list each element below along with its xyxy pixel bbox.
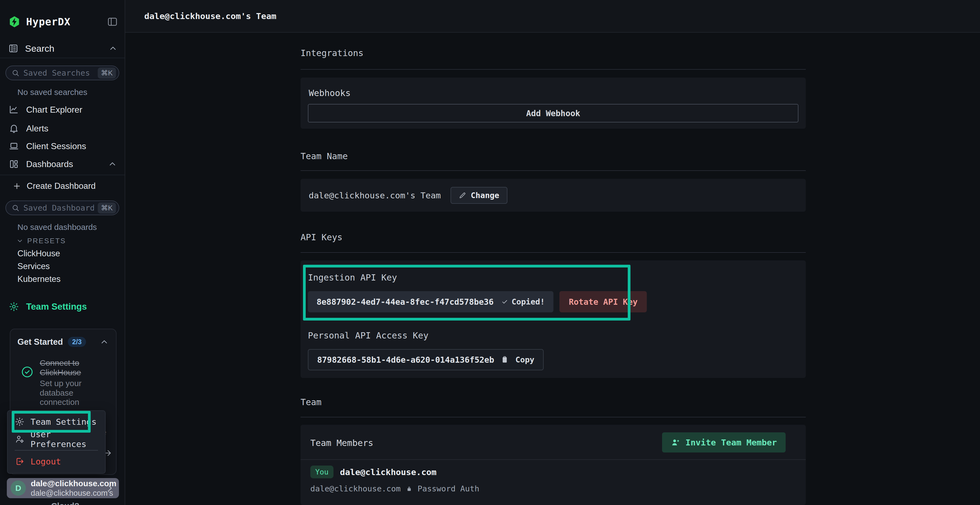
sidebar-item-dashboards[interactable]: Dashboards	[0, 155, 125, 173]
search-section-label: Search	[25, 43, 54, 54]
gear-icon	[15, 417, 24, 427]
sidebar-item-team-settings[interactable]: Team Settings	[9, 299, 87, 314]
user-name: dale@clickhouse.com	[31, 479, 116, 488]
copy-label: Copy	[515, 355, 535, 364]
sidebar-item-alerts[interactable]: Alerts	[0, 119, 125, 137]
user-account-chip[interactable]: D dale@clickhouse.com dale@clickhouse.co…	[7, 478, 119, 498]
section-divider	[301, 69, 806, 70]
member-email: dale@clickhouse.com	[310, 484, 401, 493]
bell-icon	[9, 123, 19, 133]
app-title: HyperDX	[26, 16, 70, 28]
account-menu-popup: Team Settings User Preferences Logout	[7, 410, 106, 474]
search-icon	[11, 69, 20, 77]
search-icon	[11, 204, 20, 212]
preset-services[interactable]: Services	[18, 260, 50, 273]
menu-item-logout[interactable]: Logout	[8, 453, 105, 470]
sidebar-item-client-sessions[interactable]: Client Sessions	[0, 137, 125, 155]
menu-item-team-settings[interactable]: Team Settings	[8, 413, 105, 430]
preset-clickhouse[interactable]: ClickHouse	[18, 247, 60, 260]
chevron-right-icon	[106, 484, 115, 492]
search-section-icon	[8, 43, 19, 54]
no-saved-searches-note: No saved searches	[18, 87, 88, 97]
auth-method: Password Auth	[418, 484, 479, 493]
personal-key-label: Personal API Access Key	[308, 330, 428, 341]
logout-icon	[15, 457, 24, 466]
section-divider	[301, 417, 806, 418]
page-title: dale@clickhouse.com's Team	[144, 11, 276, 21]
invite-team-member-button[interactable]: Invite Team Member	[662, 432, 786, 453]
personal-key-chip[interactable]: 87982668-58b1-4d6e-a620-014a136f52eb Cop…	[308, 349, 544, 370]
section-title-api-keys: API Keys	[301, 232, 342, 243]
hyperdx-logo-icon	[8, 16, 21, 28]
team-card: Team Members Invite Team Member You dale…	[301, 425, 806, 505]
ingestion-key-label: Ingestion API Key	[308, 272, 397, 283]
api-keys-card: Ingestion API Key 8e887902-4ed7-44ea-8fe…	[301, 260, 806, 378]
saved-dashboards-input[interactable]	[24, 203, 94, 213]
member-name: dale@clickhouse.com	[340, 467, 437, 477]
laptop-icon	[9, 141, 19, 151]
pencil-icon	[459, 192, 466, 199]
step-title: Connect to ClickHouse	[40, 358, 94, 377]
user-gear-icon	[15, 434, 24, 444]
app-screen: HyperDX Search ⌘K No saved searches	[0, 0, 980, 505]
team-member-details: dale@clickhouse.com Password Auth	[310, 484, 479, 493]
card-divider	[301, 459, 806, 460]
clipped-bottom-text: Cloud?	[51, 501, 79, 505]
ingestion-key-value: 8e887902-4ed7-44ea-8fec-f47cd578be36	[317, 297, 493, 306]
clipboard-icon	[501, 356, 509, 364]
collapse-sidebar-icon[interactable]	[107, 16, 118, 27]
sidebar-item-chart-explorer[interactable]: Chart Explorer	[0, 101, 125, 119]
chevron-up-icon[interactable]	[100, 337, 109, 347]
webhooks-card: Webhooks Add Webhook	[301, 78, 806, 129]
section-divider	[301, 252, 806, 253]
section-title-integrations: Integrations	[301, 48, 363, 58]
plus-icon	[13, 182, 21, 191]
preset-kubernetes[interactable]: Kubernetes	[18, 273, 61, 286]
check-circle-icon	[21, 365, 34, 407]
sidebar-section-search[interactable]: Search	[8, 41, 118, 56]
user-plus-icon	[671, 438, 680, 447]
user-team: dale@clickhouse.com's	[31, 489, 101, 498]
create-dashboard-button[interactable]: Create Dashboard	[13, 179, 95, 193]
change-team-name-button[interactable]: Change	[450, 187, 508, 204]
main-content: dale@clickhouse.com's Team Integrations …	[125, 0, 980, 505]
get-started-step-connect[interactable]: Connect to ClickHouse Set up your databa…	[18, 358, 109, 407]
dashboards-grid-icon	[9, 159, 19, 169]
sidebar-divider	[0, 58, 125, 58]
shortcut-badge: ⌘K	[98, 67, 116, 79]
page-header: dale@clickhouse.com's Team	[125, 0, 980, 33]
menu-divider	[15, 450, 98, 451]
rotate-api-key-button[interactable]: Rotate API Key	[559, 291, 647, 312]
gear-icon	[9, 302, 19, 312]
step-subtitle: Set up your database connection	[40, 379, 102, 407]
copied-indicator: Copied!	[501, 297, 545, 306]
section-title-team: Team	[301, 397, 321, 407]
team-name-card: dale@clickhouse.com's Team Change	[301, 179, 806, 212]
shortcut-badge: ⌘K	[98, 202, 116, 214]
presets-toggle[interactable]: PRESETS	[16, 236, 66, 246]
personal-key-value: 87982668-58b1-4d6e-a620-014a136f52eb	[317, 355, 494, 365]
add-webhook-button[interactable]: Add Webhook	[308, 104, 799, 122]
progress-badge: 2/3	[68, 337, 86, 347]
check-icon	[501, 298, 508, 305]
sidebar-divider	[0, 175, 125, 175]
team-members-heading: Team Members	[310, 438, 373, 448]
section-divider	[301, 170, 806, 171]
logo-row: HyperDX	[8, 14, 118, 29]
menu-item-user-preferences[interactable]: User Preferences	[8, 430, 105, 448]
lock-icon	[406, 485, 413, 492]
no-saved-dashboards-note: No saved dashboards	[18, 222, 97, 232]
saved-dashboards-search[interactable]: ⌘K	[5, 200, 119, 215]
chart-explorer-icon	[9, 105, 19, 115]
webhooks-heading: Webhooks	[309, 88, 351, 98]
team-name-value: dale@clickhouse.com's Team	[309, 191, 441, 200]
saved-searches-input[interactable]	[24, 68, 94, 78]
saved-searches-search[interactable]: ⌘K	[5, 65, 119, 80]
team-member-row: You dale@clickhouse.com	[310, 465, 436, 478]
section-title-team-name: Team Name	[301, 151, 348, 161]
get-started-title: Get Started	[18, 337, 63, 347]
chevron-up-icon	[108, 44, 118, 53]
chevron-down-icon	[16, 237, 24, 245]
ingestion-key-chip[interactable]: 8e887902-4ed7-44ea-8fec-f47cd578be36 Cop…	[308, 291, 554, 312]
avatar: D	[11, 481, 26, 496]
